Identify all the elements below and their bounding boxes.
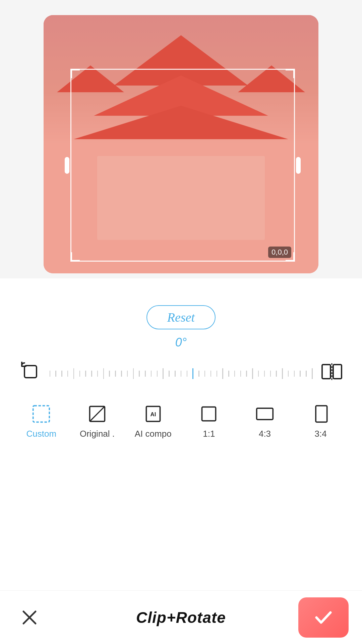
- aspect-option-3-4[interactable]: 3:4: [293, 405, 349, 439]
- aspect-label-custom: Custom: [26, 429, 57, 439]
- svg-rect-0: [24, 366, 37, 378]
- svg-line-6: [90, 407, 104, 421]
- red-overlay: [44, 15, 318, 273]
- svg-rect-1: [322, 365, 330, 379]
- reset-button[interactable]: Reset: [146, 305, 216, 329]
- aspect-ratio-row: Custom Original . AI AI compo 1:1: [13, 405, 349, 439]
- svg-text:AI: AI: [150, 411, 156, 418]
- ruler-track[interactable]: [47, 360, 315, 387]
- svg-rect-9: [202, 407, 216, 421]
- image-container[interactable]: 0,0,0: [44, 15, 318, 273]
- cancel-button[interactable]: [20, 608, 39, 627]
- aspect-option-original[interactable]: Original .: [69, 405, 125, 439]
- reset-section: Reset 0°: [13, 305, 349, 350]
- image-area: 0,0,0: [0, 0, 362, 278]
- slider-row: [13, 360, 349, 388]
- svg-rect-10: [257, 408, 273, 420]
- ruler-ticks: [47, 364, 315, 384]
- bottom-bar: Clip+Rotate: [0, 590, 362, 644]
- flip-icon[interactable]: [315, 360, 349, 388]
- aspect-option-custom[interactable]: Custom: [13, 405, 69, 439]
- clip-rotate-title: Clip+Rotate: [136, 608, 226, 627]
- svg-rect-2: [333, 365, 342, 379]
- angle-display: 0°: [175, 335, 187, 350]
- aspect-label-ai: AI compo: [135, 429, 172, 439]
- aspect-label-original: Original .: [80, 429, 115, 439]
- aspect-option-ai[interactable]: AI AI compo: [125, 405, 181, 439]
- svg-rect-11: [316, 406, 327, 422]
- aspect-option-1-1[interactable]: 1:1: [181, 405, 237, 439]
- aspect-label-3-4: 3:4: [315, 429, 327, 439]
- aspect-label-4-3: 4:3: [259, 429, 271, 439]
- confirm-button[interactable]: [298, 597, 349, 638]
- aspect-option-4-3[interactable]: 4:3: [237, 405, 293, 439]
- controls-area: Reset 0°: [0, 305, 362, 439]
- rotate-icon[interactable]: [13, 360, 47, 388]
- svg-rect-4: [33, 406, 50, 422]
- aspect-label-1-1: 1:1: [203, 429, 215, 439]
